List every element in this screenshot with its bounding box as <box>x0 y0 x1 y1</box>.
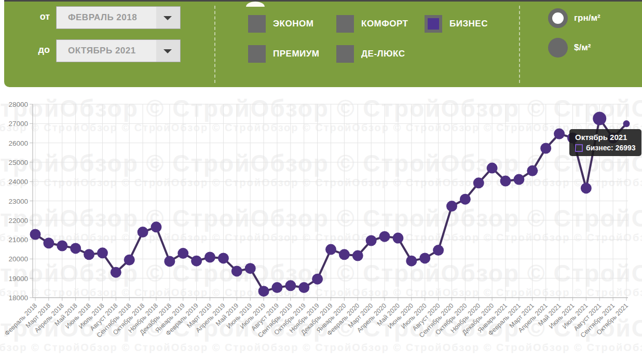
data-point[interactable] <box>111 267 121 278</box>
checkbox-icon <box>336 15 354 33</box>
date-from-label: от <box>25 11 50 22</box>
category-label: КОМФОРТ <box>361 15 408 33</box>
data-point[interactable] <box>527 165 538 176</box>
chevron-down-icon <box>163 49 172 53</box>
category-filters: ЭКОНОМ КОМФОРТ БИЗНЕС ПРЕМИУМ ДЕ-ЛЮКС <box>218 2 519 87</box>
svg-text:19000: 19000 <box>8 275 28 283</box>
series-swatch-icon <box>575 144 583 152</box>
data-point[interactable] <box>325 244 336 255</box>
category-label: ПРЕМИУМ <box>273 45 320 63</box>
data-point[interactable] <box>540 143 551 154</box>
chart-tooltip: Октябрь 2021 бизнес: 26993 <box>569 129 641 156</box>
data-point[interactable] <box>298 282 309 293</box>
checkbox-checked-icon <box>425 15 442 33</box>
data-point[interactable] <box>554 129 565 139</box>
category-label: БИЗНЕС <box>449 15 488 33</box>
data-point[interactable] <box>513 174 524 185</box>
data-point[interactable] <box>433 245 444 256</box>
date-from-value: ФЕВРАЛЬ 2018 <box>68 7 137 29</box>
date-to-label: до <box>25 45 50 55</box>
data-point[interactable] <box>473 177 484 188</box>
data-point[interactable] <box>191 256 202 267</box>
data-point[interactable] <box>164 256 175 267</box>
filter-panel: от ФЕВРАЛЬ 2018 до ОКТЯБРЬ 2021 ЭКОНОМ К… <box>4 0 642 87</box>
category-label: ЭКОНОМ <box>273 15 313 33</box>
data-point[interactable] <box>366 235 377 246</box>
svg-text:24000: 24000 <box>8 178 28 186</box>
currency-switch: грн/м² $/м² <box>523 2 642 87</box>
data-point[interactable] <box>285 280 296 291</box>
radio-icon <box>548 38 568 58</box>
data-point[interactable] <box>138 227 148 237</box>
tooltip-series: бизнес <box>586 144 611 152</box>
data-point[interactable] <box>245 263 256 274</box>
category-label: ДЕ-ЛЮКС <box>361 45 405 63</box>
date-from-arrow-box[interactable] <box>156 7 180 29</box>
checkbox-icon <box>336 45 354 63</box>
data-point[interactable] <box>97 247 108 258</box>
data-point[interactable] <box>487 163 498 174</box>
date-to-arrow-box[interactable] <box>156 40 180 62</box>
data-point[interactable] <box>312 274 323 285</box>
data-point[interactable] <box>204 252 215 263</box>
data-point[interactable] <box>151 221 161 232</box>
svg-text:22000: 22000 <box>8 217 28 225</box>
chevron-down-icon <box>163 16 172 20</box>
svg-text:25000: 25000 <box>8 159 28 166</box>
svg-text:18000: 18000 <box>8 294 28 302</box>
date-from-row: от ФЕВРАЛЬ 2018 <box>4 6 212 29</box>
svg-text:23000: 23000 <box>8 198 28 205</box>
data-point[interactable] <box>271 282 282 293</box>
svg-text:26000: 26000 <box>8 139 28 147</box>
checkbox-icon <box>248 15 266 33</box>
tooltip-value: 26993 <box>616 144 636 152</box>
data-point[interactable] <box>419 253 430 263</box>
data-point[interactable] <box>43 237 54 248</box>
data-point[interactable] <box>124 255 135 265</box>
data-point[interactable] <box>218 253 229 263</box>
data-point[interactable] <box>593 112 606 125</box>
svg-text:27000: 27000 <box>8 120 28 128</box>
data-point[interactable] <box>379 231 390 242</box>
date-to-value: ОКТЯБРЬ 2021 <box>68 40 136 62</box>
tooltip-value-row: бизнес: 26993 <box>575 144 636 152</box>
svg-text:20000: 20000 <box>8 255 28 263</box>
data-point[interactable] <box>57 241 67 251</box>
data-point[interactable] <box>581 183 592 193</box>
tooltip-title: Октябрь 2021 <box>575 133 636 142</box>
chart-area: СтройОбзор © СтройОбзор © СтройОбзор © С… <box>0 87 642 364</box>
data-point[interactable] <box>460 194 471 205</box>
price-line-chart[interactable]: 1800019000200002100022000230002400025000… <box>0 87 642 364</box>
data-point[interactable] <box>339 249 350 260</box>
date-from-select[interactable]: ФЕВРАЛЬ 2018 <box>56 6 181 29</box>
data-point[interactable] <box>70 243 81 254</box>
data-point[interactable] <box>30 229 41 240</box>
data-point[interactable] <box>352 250 363 261</box>
checkbox-icon <box>248 45 266 63</box>
data-point[interactable] <box>500 176 511 187</box>
currency-label: $/м² <box>574 38 591 58</box>
date-to-select[interactable]: ОКТЯБРЬ 2021 <box>56 39 181 62</box>
panel-divider <box>519 6 520 83</box>
radio-selected-icon <box>548 8 568 28</box>
svg-text:28000: 28000 <box>8 101 28 108</box>
data-point[interactable] <box>258 286 269 297</box>
data-point[interactable] <box>231 265 242 276</box>
svg-text:21000: 21000 <box>8 236 28 244</box>
data-point[interactable] <box>392 233 403 244</box>
data-point[interactable] <box>406 256 417 267</box>
data-point[interactable] <box>177 248 188 259</box>
data-point[interactable] <box>446 201 457 212</box>
currency-label: грн/м² <box>574 8 600 28</box>
panel-divider <box>214 6 215 83</box>
date-to-row: до ОКТЯБРЬ 2021 <box>4 39 212 62</box>
data-point[interactable] <box>623 120 630 127</box>
data-point[interactable] <box>84 249 94 260</box>
